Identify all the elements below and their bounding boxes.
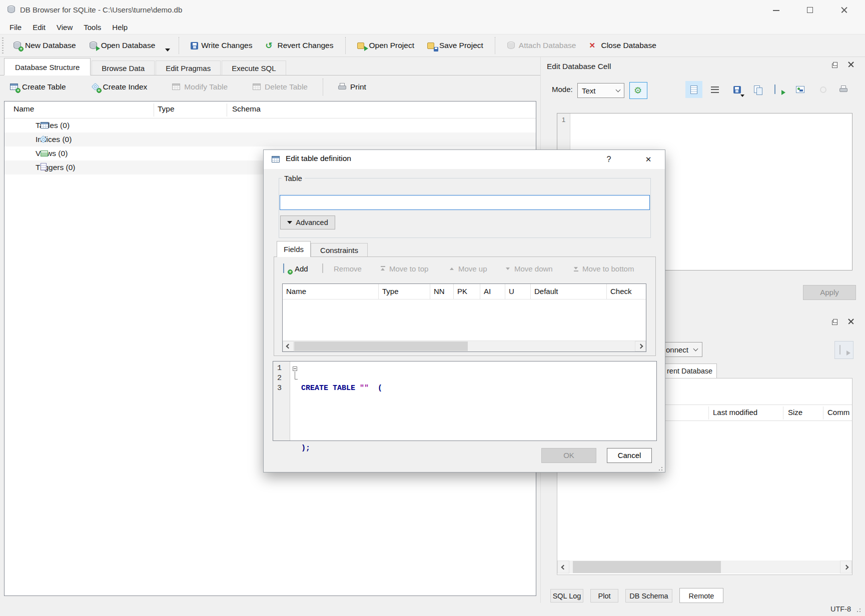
col-default[interactable]: Default (531, 284, 607, 299)
export-cell-button[interactable] (770, 81, 787, 98)
tree-row-indices[interactable]: Indices (0) (5, 132, 536, 146)
dialog-resize-grip[interactable] (657, 465, 663, 471)
remote-column-commit[interactable]: Comm (827, 408, 849, 416)
delete-table-button[interactable]: Delete Table (246, 78, 315, 96)
dock-tab-plot[interactable]: Plot (590, 589, 618, 602)
open-project-button[interactable]: Open Project (351, 36, 421, 54)
col-type[interactable]: Type (379, 284, 430, 299)
print-cell-button[interactable] (835, 81, 852, 98)
move-to-top-button[interactable]: Move to top (380, 262, 428, 274)
menu-file[interactable]: File (4, 20, 27, 34)
fold-marker-icon[interactable] (293, 366, 297, 371)
tab-database-structure[interactable]: Database Structure (4, 58, 91, 76)
dialog-help-button[interactable]: ? (600, 152, 618, 167)
save-project-button[interactable]: Save Project (421, 36, 490, 54)
tree-column-name[interactable]: Name (14, 104, 34, 114)
col-check[interactable]: Check (607, 284, 646, 299)
scroll-right-button[interactable] (635, 341, 646, 352)
create-table-button[interactable]: Create Table (3, 78, 73, 96)
scroll-left-button[interactable] (283, 341, 294, 352)
add-field-button[interactable]: Add (283, 262, 308, 274)
col-nn[interactable]: NN (430, 284, 454, 299)
move-to-bottom-button[interactable]: Move to bottom (573, 262, 634, 274)
tab-edit-pragmas[interactable]: Edit Pragmas (156, 60, 221, 75)
dock-tab-remote[interactable]: Remote (679, 588, 723, 603)
new-database-button[interactable]: New Database (7, 36, 83, 54)
dialog-close-button[interactable]: ✕ (638, 152, 659, 167)
ok-button[interactable]: OK (541, 448, 596, 463)
scrollbar-thumb[interactable] (573, 561, 721, 573)
fields-horizontal-scrollbar[interactable] (283, 340, 646, 352)
remote-column-size[interactable]: Size (788, 408, 802, 416)
move-down-button[interactable]: Move down (505, 262, 553, 274)
text-mode-button[interactable] (685, 81, 702, 98)
col-name[interactable]: Name (283, 284, 379, 299)
open-database-dropdown[interactable] (162, 36, 174, 54)
revert-changes-button[interactable]: Revert Changes (259, 36, 340, 54)
cancel-button[interactable]: Cancel (607, 448, 652, 463)
menu-help[interactable]: Help (107, 20, 133, 34)
structure-toolbar: Create Table Create Index Modify Table D… (0, 76, 540, 98)
table-name-input[interactable] (280, 195, 650, 210)
import-cell-button[interactable] (728, 81, 745, 98)
dialog-titlebar[interactable]: Edit table definition ? ✕ (264, 150, 665, 169)
remove-field-button[interactable]: Remove (322, 262, 362, 274)
create-index-button[interactable]: Create Index (84, 78, 155, 96)
tree-column-type[interactable]: Type (158, 104, 175, 114)
cell-panel-close-button[interactable] (846, 60, 859, 71)
move-up-icon (449, 266, 455, 272)
remote-push-button[interactable] (834, 341, 853, 359)
print-button[interactable]: Print (331, 78, 373, 96)
remote-horizontal-scrollbar[interactable] (557, 560, 852, 574)
remote-panel-float-button[interactable] (830, 318, 843, 329)
attach-database-button[interactable]: Attach Database (500, 36, 583, 54)
maximize-button[interactable] (798, 0, 822, 20)
write-changes-button[interactable]: Write Changes (184, 36, 259, 54)
resize-grip[interactable] (854, 606, 861, 613)
dock-tab-sql-log[interactable]: SQL Log (550, 589, 583, 602)
col-u[interactable]: U (505, 284, 531, 299)
tree-column-schema[interactable]: Schema (232, 104, 261, 114)
col-pk[interactable]: PK (454, 284, 480, 299)
scroll-right-button[interactable] (840, 560, 852, 574)
menu-tools[interactable]: Tools (78, 20, 107, 34)
tab-execute-sql[interactable]: Execute SQL (222, 60, 286, 75)
dialog-tab-constraints[interactable]: Constraints (311, 243, 368, 257)
word-wrap-button[interactable] (706, 81, 723, 98)
revert-changes-icon (265, 41, 274, 50)
menu-edit[interactable]: Edit (27, 20, 51, 34)
minimize-button[interactable] (764, 0, 788, 20)
close-database-button[interactable]: Close Database (582, 36, 662, 54)
encoding-indicator[interactable]: UTF-8 (830, 605, 851, 613)
col-ai[interactable]: AI (480, 284, 505, 299)
fields-tab-pane: Add Remove Move to top Move up Move down… (274, 256, 656, 356)
close-button[interactable] (832, 0, 856, 20)
advanced-toggle-button[interactable]: Advanced (280, 216, 335, 230)
auto-switch-mode-button[interactable] (629, 82, 647, 99)
copy-icon (754, 86, 762, 94)
main-toolbar: New Database Open Database Write Changes… (0, 34, 865, 57)
open-database-button[interactable]: Open Database (83, 36, 162, 54)
copy-cell-button[interactable] (749, 81, 766, 98)
null-cell-button[interactable] (814, 81, 831, 98)
scrollbar-thumb[interactable] (294, 342, 468, 351)
tab-browse-data[interactable]: Browse Data (92, 60, 155, 75)
dock-tab-db-schema[interactable]: DB Schema (625, 589, 672, 602)
remote-panel-close-button[interactable] (846, 317, 859, 328)
tree-row-tables[interactable]: Tables (0) (5, 118, 536, 132)
chevron-left-icon (286, 344, 291, 349)
mode-select[interactable]: Text (577, 83, 624, 98)
menu-view[interactable]: View (51, 20, 78, 34)
remote-tab-current-database[interactable]: rent Database (664, 364, 717, 378)
apply-button[interactable]: Apply (803, 285, 856, 300)
dialog-tab-fields[interactable]: Fields (277, 241, 311, 257)
scroll-left-button[interactable] (557, 560, 569, 574)
remote-column-last-modified[interactable]: Last modified (713, 408, 757, 416)
modify-table-button[interactable]: Modify Table (165, 78, 235, 96)
cell-panel-float-button[interactable] (830, 61, 843, 72)
move-up-button[interactable]: Move up (449, 262, 487, 274)
toolbar-drag-handle[interactable] (2, 38, 4, 54)
toolbar-separator (345, 37, 346, 54)
open-in-external-button[interactable] (791, 81, 808, 98)
delete-table-icon (253, 82, 262, 92)
